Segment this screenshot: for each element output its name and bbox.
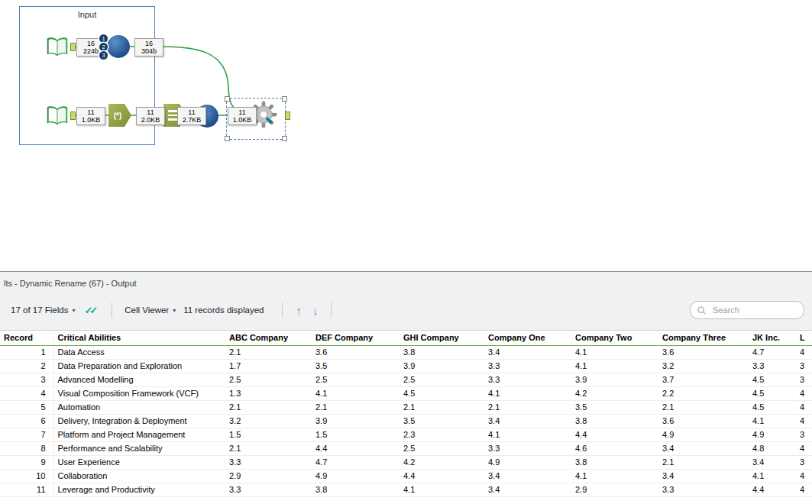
data-cell[interactable]: 3.9 — [571, 373, 658, 386]
data-cell[interactable]: Advanced Modelling — [53, 373, 225, 386]
data-cell[interactable]: 2.2 — [658, 386, 749, 400]
data-cell[interactable]: 3 — [796, 455, 812, 469]
record-number-cell[interactable]: 4 — [0, 386, 53, 400]
column-header-critical-abilities[interactable]: Critical Abilities — [53, 331, 225, 345]
input-data-tool[interactable] — [44, 34, 70, 63]
data-cell[interactable]: 2.5 — [400, 441, 484, 455]
data-cell[interactable]: 3.3 — [484, 441, 571, 455]
data-cell[interactable]: 4 — [796, 386, 812, 400]
data-cell[interactable]: 4.9 — [484, 455, 571, 469]
data-cell[interactable]: 3.6 — [658, 414, 749, 428]
data-cell[interactable]: 2.5 — [400, 373, 484, 386]
data-cell[interactable]: 4.1 — [571, 469, 658, 483]
data-cell[interactable]: 2.1 — [400, 400, 484, 414]
data-cell[interactable]: 2.1 — [658, 455, 749, 469]
input-data-tool[interactable] — [44, 102, 70, 131]
arrow-down-icon[interactable]: ↓ — [312, 304, 319, 317]
record-number-cell[interactable]: 5 — [0, 400, 53, 414]
record-number-cell[interactable]: 2 — [0, 359, 53, 373]
data-cell[interactable]: 3.2 — [225, 414, 312, 428]
data-cell[interactable]: 3.3 — [749, 359, 796, 373]
data-cell[interactable]: 4.5 — [400, 386, 484, 400]
record-number-cell[interactable]: 3 — [0, 373, 53, 386]
workflow-canvas[interactable]: Input 16 224b — [0, 0, 812, 271]
output-anchor[interactable] — [70, 111, 76, 120]
column-header-abc-company[interactable]: ABC Company — [225, 331, 312, 345]
column-header-ghi-company[interactable]: GHI Company — [400, 331, 484, 345]
data-cell[interactable]: 2.1 — [225, 400, 312, 414]
tool-annotation[interactable]: 16 304b — [134, 38, 163, 57]
data-cell[interactable]: 2.5 — [312, 373, 400, 386]
data-cell[interactable]: 2.1 — [312, 400, 400, 414]
data-cell[interactable]: 3.4 — [484, 345, 571, 359]
record-number-cell[interactable]: 1 — [0, 345, 53, 359]
data-cell[interactable]: 3.3 — [225, 483, 312, 496]
data-cell[interactable]: Data Access — [53, 345, 225, 359]
data-cell[interactable]: 3.5 — [571, 400, 658, 414]
data-cell[interactable]: 4 — [796, 469, 812, 483]
cell-viewer-dropdown[interactable]: Cell Viewer ▾ — [120, 303, 180, 317]
data-cell[interactable]: 4.5 — [749, 386, 796, 400]
column-header-company-three[interactable]: Company Three — [658, 331, 749, 345]
data-cell[interactable]: 3.3 — [484, 359, 571, 373]
data-cell[interactable]: 4.2 — [571, 386, 658, 400]
resize-handle[interactable] — [225, 136, 230, 141]
data-cell[interactable]: 3.3 — [225, 455, 312, 469]
data-cell[interactable]: 3.4 — [658, 441, 749, 455]
data-cell[interactable]: 4 — [796, 400, 812, 414]
data-cell[interactable]: 3.6 — [658, 345, 749, 359]
column-header-def-company[interactable]: DEF Company — [312, 331, 400, 345]
data-cell[interactable]: 3 — [796, 359, 812, 373]
data-cell[interactable]: 4.1 — [312, 386, 400, 400]
results-grid[interactable]: RecordCritical AbilitiesABC CompanyDEF C… — [0, 330, 812, 504]
data-cell[interactable]: 3.3 — [484, 373, 571, 386]
double-checkmark-icon[interactable]: ✓✓ — [84, 305, 95, 316]
data-cell[interactable]: 1.3 — [225, 386, 312, 400]
tool-annotation[interactable]: 11 1.0KB — [228, 107, 257, 125]
data-cell[interactable]: 2.3 — [400, 428, 484, 441]
data-cell[interactable]: 4.7 — [312, 455, 400, 469]
data-cell[interactable]: 3.8 — [571, 414, 658, 428]
data-cell[interactable]: Platform and Project Management — [53, 428, 225, 441]
record-number-cell[interactable]: 9 — [0, 455, 53, 469]
tool-annotation[interactable]: 11 1.0KB — [76, 107, 105, 125]
data-cell[interactable]: 4.9 — [749, 428, 796, 441]
data-cell[interactable]: 2.1 — [484, 400, 571, 414]
data-cell[interactable]: 3.8 — [400, 345, 484, 359]
data-cell[interactable]: 4.9 — [658, 428, 749, 441]
data-cell[interactable]: 4.8 — [749, 441, 796, 455]
data-cell[interactable]: 4.9 — [312, 469, 400, 483]
data-cell[interactable]: 4.1 — [749, 414, 796, 428]
record-number-cell[interactable]: 8 — [0, 441, 53, 455]
join-multiple-tool[interactable] — [107, 35, 130, 58]
data-cell[interactable]: 4.4 — [312, 441, 400, 455]
data-cell[interactable]: Performance and Scalability — [53, 441, 225, 455]
data-cell[interactable]: 3.4 — [484, 483, 571, 496]
record-number-cell[interactable]: 6 — [0, 414, 53, 428]
record-number-cell[interactable]: 11 — [0, 483, 53, 496]
data-cell[interactable]: 4 — [796, 483, 812, 496]
data-cell[interactable]: 4.7 — [749, 345, 796, 359]
data-cell[interactable]: 4.4 — [749, 483, 796, 496]
data-cell[interactable]: 1.5 — [225, 428, 312, 441]
fields-dropdown[interactable]: 17 of 17 Fields ▾ — [6, 303, 79, 317]
data-cell[interactable]: 4.1 — [571, 345, 658, 359]
column-header-record[interactable]: Record — [0, 331, 53, 345]
column-header-jk-inc[interactable]: JK Inc. — [749, 331, 796, 345]
data-cell[interactable]: 4 — [796, 414, 812, 428]
column-header-company-two[interactable]: Company Two — [571, 331, 658, 345]
data-cell[interactable]: 3.4 — [749, 455, 796, 469]
data-cell[interactable]: Data Preparation and Exploration — [53, 359, 225, 373]
data-cell[interactable]: Automation — [53, 400, 225, 414]
data-cell[interactable]: 3.3 — [658, 483, 749, 496]
resize-handle[interactable] — [282, 96, 287, 102]
output-anchor[interactable] — [70, 43, 76, 51]
data-cell[interactable]: Delivery, Integration & Deployment — [53, 414, 225, 428]
data-cell[interactable]: 3.4 — [484, 414, 571, 428]
data-cell[interactable]: 4.2 — [400, 455, 484, 469]
data-cell[interactable]: 3.8 — [571, 455, 658, 469]
data-cell[interactable]: 4 — [796, 441, 812, 455]
data-cell[interactable]: 2.9 — [225, 469, 312, 483]
data-cell[interactable]: Leverage and Productivity — [53, 483, 225, 496]
arrow-up-icon[interactable]: ↑ — [296, 304, 302, 317]
